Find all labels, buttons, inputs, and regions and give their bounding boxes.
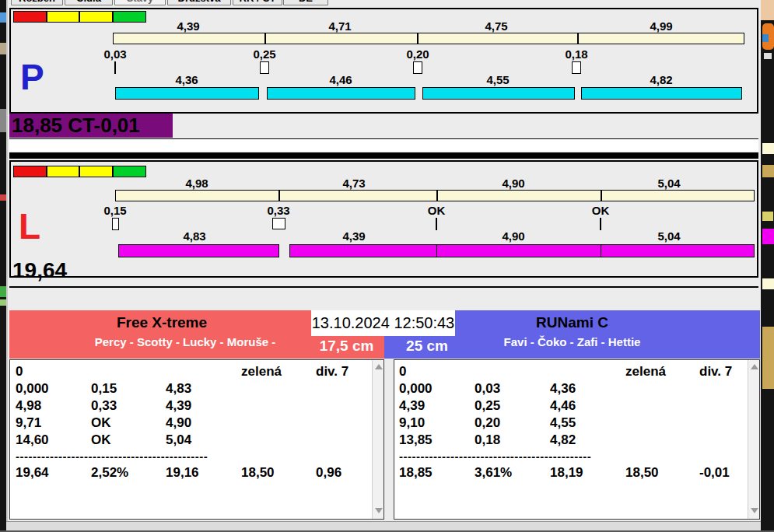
tab-rr-ct[interactable]: RR / ČT	[233, 0, 282, 5]
result-cell: 0	[16, 364, 23, 380]
lane-l-segment-bar	[115, 190, 755, 201]
lane-p-gap-2: 0,25	[253, 47, 275, 61]
lane-l-dog-bar-2	[289, 244, 437, 257]
tab-stavy[interactable]: Stavy	[114, 0, 166, 5]
background-window-sliver-2	[762, 165, 774, 177]
result-cell: OK	[91, 432, 111, 448]
lane-p-letter: P	[20, 59, 44, 95]
result-cell: 4,98	[16, 398, 41, 414]
scroll-up-icon[interactable]	[751, 364, 758, 369]
result-cell: 4,46	[550, 398, 576, 414]
team-left-members: Percy - Scotty - Lucky - Moruše -	[9, 335, 361, 348]
lane-p-segment-divider-1	[264, 33, 266, 44]
tab-label: RR / ČT	[240, 0, 276, 4]
lane-l-light-red	[13, 166, 47, 177]
desktop-edge-right	[761, 0, 774, 532]
result-cell: 0,03	[475, 381, 500, 397]
lane-p-split-bottom-1: 4,36	[175, 73, 198, 86]
lane-p-checkbox-3[interactable]	[572, 61, 581, 74]
result-cell: OK	[91, 415, 111, 431]
scroll-down-icon[interactable]	[751, 508, 758, 513]
background-window-sliver-5	[762, 278, 774, 289]
summary-cell: 18,50	[625, 465, 659, 481]
lane-p-checkbox-2[interactable]	[413, 61, 422, 74]
result-cell: 9,10	[399, 415, 425, 431]
tab-de[interactable]: DE	[283, 0, 328, 5]
lane-l-letter: L	[19, 208, 40, 244]
summary-cell: 18,50	[241, 465, 275, 481]
result-cell: div. 7	[316, 364, 348, 380]
lane-p-start-tick	[114, 61, 116, 74]
tab-label: Čidla	[76, 0, 101, 4]
lane-p-dog-bar-2	[267, 87, 415, 100]
scroll-up-icon[interactable]	[375, 364, 383, 369]
lane-l-dog-bar-1	[118, 244, 279, 257]
lane-l-split-top-1: 4,98	[185, 177, 208, 190]
tab-label: DE	[299, 0, 313, 4]
lane-l-gap-1: 0,15	[103, 204, 126, 217]
lane-p-split-top-2: 4,71	[328, 19, 351, 33]
lane-l-split-bottom-3: 4,90	[502, 229, 524, 243]
result-cell: 0,20	[475, 415, 500, 431]
summary-cell: -0,01	[699, 465, 730, 481]
result-separator: ----------------------------------------…	[399, 450, 591, 463]
tab-label: Stavy	[127, 0, 154, 4]
desktop-icon-6	[0, 299, 6, 306]
summary-cell: 19,16	[166, 465, 199, 481]
result-cell: 13,85	[399, 432, 433, 448]
lane-p-split-top-4: 4,99	[650, 19, 672, 33]
lane-p-total: 18,85 CT-0,01	[9, 114, 173, 138]
lane-p-segment-divider-2	[417, 33, 419, 44]
result-cell: 5,04	[166, 432, 191, 448]
result-cell: zelená	[241, 364, 282, 380]
lane-l-split-bottom-2: 4,39	[342, 229, 365, 243]
result-cell: div. 7	[699, 364, 732, 380]
lane-l-segment-divider-2	[436, 190, 438, 201]
lane-p-split-top-3: 4,75	[485, 19, 507, 33]
result-cell: zelená	[625, 364, 666, 380]
result-separator: ----------------------------------------…	[16, 450, 208, 463]
desktop-icon-3	[0, 109, 6, 132]
lane-p-checkbox-1[interactable]	[260, 61, 269, 74]
result-cell: 0,25	[475, 398, 500, 414]
tab-cidla[interactable]: Čidla	[65, 0, 113, 5]
tab-bar: Rozběh Čidla Stavy Družstva RR / ČT DE	[8, 0, 762, 6]
lane-l-gap-2: 0,33	[267, 204, 289, 217]
tab-rozbeh[interactable]: Rozběh	[11, 0, 63, 5]
result-cell: 0,18	[475, 432, 500, 448]
team-left-results	[9, 359, 384, 520]
lane-l-gap-4: OK	[592, 204, 610, 217]
result-cell: 4,39	[399, 398, 425, 414]
team-right-results	[394, 359, 760, 520]
screen: Rozběh Čidla Stavy Družstva RR / ČT DE P…	[0, 0, 774, 532]
lane-l-total: 19,64	[12, 258, 67, 283]
lane-l-checkbox-1[interactable]	[112, 218, 119, 230]
summary-cell: 0,96	[316, 465, 341, 481]
lane-l-segment-divider-1	[278, 190, 280, 201]
tab-druzstva[interactable]: Družstva	[167, 0, 231, 5]
result-cell: 4,83	[166, 381, 191, 397]
result-cell: 4,39	[166, 398, 191, 414]
result-cell: 4,55	[550, 415, 576, 431]
lane-p-segment-divider-3	[577, 33, 579, 44]
scroll-down-icon[interactable]	[375, 508, 383, 513]
tab-label: Rozběh	[19, 0, 55, 4]
desktop-browser-icon-globe	[762, 34, 769, 42]
lane-l-ok-tick-1	[436, 218, 437, 230]
team-left-name: Free X-treme	[9, 314, 314, 331]
lane-l-dog-bar-3	[436, 244, 601, 257]
lane-l-light-yellow-2	[79, 166, 113, 177]
lane-l-split-top-3: 4,90	[502, 177, 524, 190]
separator-bar	[9, 152, 758, 159]
desktop-icon-2	[0, 43, 6, 54]
lane-l-checkbox-2[interactable]	[272, 218, 285, 229]
summary-cell: 18,85	[399, 465, 433, 481]
team-right-scrollbar[interactable]	[748, 360, 759, 519]
desktop-icon-5	[0, 286, 6, 297]
summary-cell: 19,64	[16, 465, 49, 481]
lane-p-split-top-1: 4,39	[177, 19, 199, 33]
lane-p-dog-bar-3	[422, 87, 575, 100]
result-cell: 0	[399, 364, 406, 380]
result-cell: 0,000	[16, 381, 49, 397]
team-left-scrollbar[interactable]	[372, 360, 383, 519]
